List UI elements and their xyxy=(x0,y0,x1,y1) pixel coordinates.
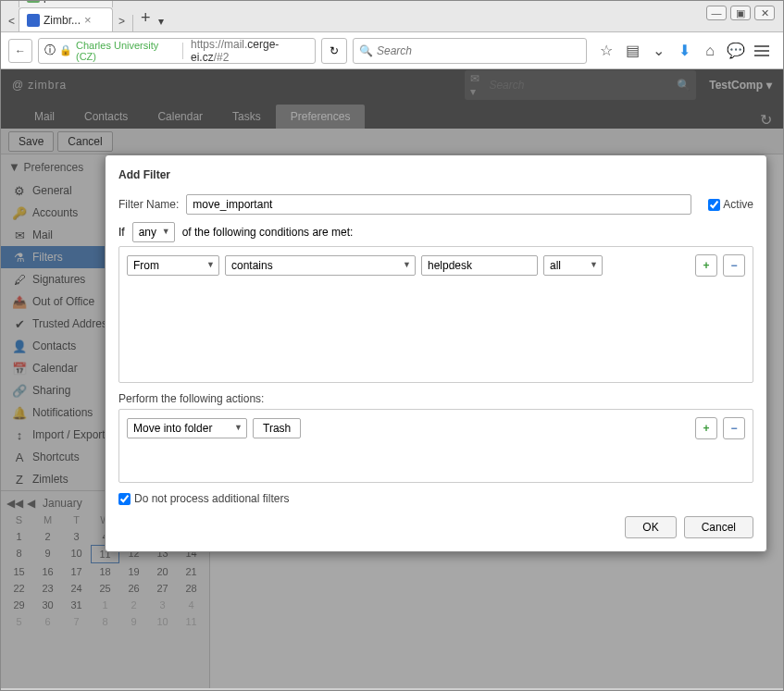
chat-icon[interactable]: 💬 xyxy=(728,42,744,59)
action-type-select[interactable]: Move into folder xyxy=(127,418,247,438)
add-condition-button[interactable]: + xyxy=(695,254,717,277)
browser-tab[interactable]: Zimbr...× xyxy=(19,7,113,31)
tab-label: public:e... xyxy=(44,0,91,3)
home-icon[interactable]: ⌂ xyxy=(702,42,718,59)
back-button[interactable]: ← xyxy=(8,39,32,63)
if-label: If xyxy=(118,226,125,239)
browser-tab[interactable]: public:e... xyxy=(19,0,113,7)
condition-operator-select[interactable]: contains xyxy=(225,255,416,276)
tab-favicon xyxy=(27,14,40,27)
tablist-scroll-left[interactable]: < xyxy=(5,11,19,31)
add-action-button[interactable]: + xyxy=(695,417,717,439)
zimbra-app: @ zimbra ✉ ▾ 🔍 TestComp▾ MailContactsCal… xyxy=(1,69,783,688)
new-tab-button[interactable]: + xyxy=(137,5,155,31)
browser-search-bar[interactable]: 🔍 xyxy=(353,38,587,64)
browser-search-input[interactable] xyxy=(377,44,580,57)
condition-scope-select[interactable]: all xyxy=(543,255,603,276)
no-more-filters-checkbox[interactable] xyxy=(118,493,131,505)
dialog-cancel-button[interactable]: Cancel xyxy=(684,516,753,538)
reload-button[interactable]: ↻ xyxy=(321,38,347,64)
lock-icon: 🔒 xyxy=(59,44,72,56)
identity-label: Charles University (CZ) xyxy=(76,40,175,62)
condition-field-select[interactable]: From xyxy=(127,255,219,276)
filter-name-label: Filter Name: xyxy=(118,198,179,211)
action-folder-button[interactable]: Trash xyxy=(253,418,301,438)
browser-tabbar: < CERGE-EI... CERGE-EI... public:e... se… xyxy=(1,1,783,32)
url-text: https://mail.cerge-ei.cz/#2 xyxy=(191,38,309,64)
window-maximize-button[interactable]: ▣ xyxy=(730,6,751,20)
tab-label: Zimbr... xyxy=(44,14,81,27)
conditions-box: From contains all + − xyxy=(118,246,753,383)
dialog-title: Add Filter xyxy=(118,168,753,181)
pocket-icon[interactable]: ⌄ xyxy=(650,42,666,59)
filter-name-input[interactable] xyxy=(186,194,691,215)
window-close-button[interactable]: ✕ xyxy=(754,6,775,20)
bookmark-star-icon[interactable]: ☆ xyxy=(598,42,615,59)
active-checkbox-label[interactable]: Active xyxy=(708,198,753,211)
actions-box: Move into folder Trash + − xyxy=(118,409,753,483)
remove-condition-button[interactable]: − xyxy=(723,254,745,277)
search-icon: 🔍 xyxy=(359,44,373,57)
tablist-scroll-right[interactable]: > xyxy=(115,11,129,31)
action-row: Move into folder Trash + − xyxy=(127,417,745,439)
remove-action-button[interactable]: − xyxy=(723,417,745,439)
url-bar[interactable]: ⓘ 🔒 Charles University (CZ) https://mail… xyxy=(38,38,316,64)
tab-favicon xyxy=(27,0,40,3)
ok-button[interactable]: OK xyxy=(625,516,676,538)
if-any-select[interactable]: any xyxy=(132,222,175,242)
add-filter-dialog: Add Filter Filter Name: Active If any of… xyxy=(105,154,767,552)
downloads-icon[interactable]: ⬇ xyxy=(676,42,692,59)
actions-label: Perform the following actions: xyxy=(118,392,753,405)
window-minimize-button[interactable]: — xyxy=(706,6,727,20)
hamburger-menu-icon[interactable] xyxy=(753,42,770,59)
no-more-filters-label[interactable]: Do not process additional filters xyxy=(118,492,753,505)
condition-row: From contains all + − xyxy=(127,254,745,277)
identity-info-icon[interactable]: ⓘ xyxy=(44,43,56,58)
condition-value-input[interactable] xyxy=(421,255,538,276)
reader-icon[interactable]: ▤ xyxy=(624,42,641,59)
close-tab-icon[interactable]: × xyxy=(84,13,92,27)
active-checkbox[interactable] xyxy=(708,199,720,211)
tab-menu-button[interactable]: ▾ xyxy=(155,11,168,31)
if-suffix-label: of the following conditions are met: xyxy=(182,226,354,239)
browser-navbar: ← ⓘ 🔒 Charles University (CZ) https://ma… xyxy=(1,32,783,69)
